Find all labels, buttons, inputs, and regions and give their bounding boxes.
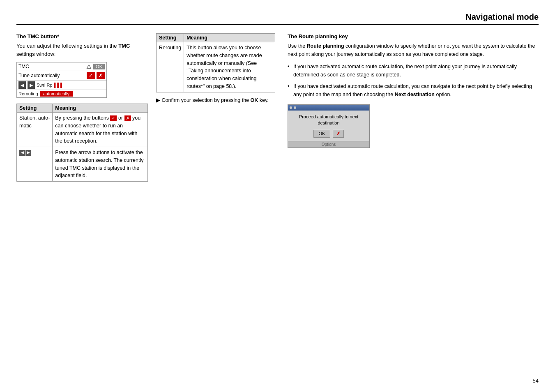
tmc-swrl-label: Swrl Rp [37,83,53,88]
tmc-row-4: Rerouting automatically [17,90,106,97]
bullet-item-1: If you have activated automatic route ca… [288,62,539,79]
tmc-signal-icon: ▌▌▌ [54,83,64,88]
tmc-arrow-left-icon[interactable]: ◀ [18,81,26,89]
tmc-check-icon[interactable]: ✓ [87,72,95,79]
warning-icon: ⚠ [86,63,92,70]
tmc-intro-text: You can adjust the following settings in… [16,42,148,58]
page-header: Navigational mode [16,12,539,25]
table-row: Station, auto-matic By pressing the butt… [17,113,148,147]
page-container: Navigational mode The TMC button* You ca… [0,0,555,392]
tmc-section-heading: The TMC button* [16,33,148,39]
mid-table: Setting Meaning Rerouting This button al… [156,33,275,92]
left-table-col2-header: Meaning [53,104,148,113]
route-planning-intro: Use the Route planning configuration win… [288,42,539,58]
tune-auto-label: Tune automatically [18,73,85,78]
meaning-cell-1: By pressing the buttons ✓ or ✗ you can c… [53,113,148,147]
dialog-x-button[interactable]: ✗ [333,130,344,138]
mid-table-col1-header: Setting [157,34,184,42]
arrow-right-icon: ▶ [25,150,31,156]
tmc-label: TMC [18,64,85,69]
dialog-body-text: Proceed automatically to next destinatio… [292,114,365,127]
dialog-footer: Options [288,141,369,148]
right-column: The Route planning key Use the Route pla… [283,33,539,148]
x-icon: ✗ [124,115,131,121]
tmc-ok-button[interactable]: OK [93,64,105,69]
dialog-ok-button[interactable]: OK [313,130,331,138]
tmc-arrow-right-icon[interactable]: ▶ [28,81,35,89]
bullet-list: If you have activated automatic route ca… [288,62,539,99]
bullet-item-2: If you have deactivated automatic route … [288,82,539,99]
tmc-widget: TMC ⚠ OK Tune automatically ✓ ✗ ◀ ▶ Swrl… [16,62,107,98]
arrow-icons: ◀ ▶ [19,150,31,156]
tmc-auto-badge: automatically [40,91,73,97]
ok-bold: OK [251,97,258,103]
route-planning-heading: The Route planning key [288,33,539,39]
dialog-box: Proceed automatically to next destinatio… [288,104,370,148]
page-title: Navigational mode [465,12,539,21]
route-planning-bold: Route planning [307,43,344,49]
dialog-dot-2 [294,106,296,109]
arrow-left-icon: ◀ [19,150,25,156]
left-table: Setting Meaning Station, auto-matic By p… [16,104,148,182]
table-row: Rerouting This button allows you to choo… [157,42,275,92]
meaning-cell-2: Press the arrow buttons to activate the … [53,147,148,182]
page-number: 54 [533,378,539,384]
tmc-bold: TMC [118,43,130,49]
left-column: The TMC button* You can adjust the follo… [16,33,148,186]
setting-cell-2: ◀ ▶ [17,147,53,182]
dialog-titlebar [288,105,369,111]
tmc-row-1: TMC ⚠ OK [17,62,106,71]
tmc-row-2: Tune automatically ✓ ✗ [17,71,106,81]
check-icon: ✓ [110,115,117,121]
dialog-buttons: OK ✗ [292,130,365,138]
mid-meaning-cell-1: This button allows you to choose whether… [184,42,275,92]
mid-table-col2-header: Meaning [184,34,275,42]
confirm-text: ▶ Confirm your selection by pressing the… [156,97,275,104]
mid-setting-cell-1: Rerouting [157,42,184,92]
table-row: ◀ ▶ Press the arrow buttons to activate … [17,147,148,182]
setting-cell-1: Station, auto-matic [17,113,53,147]
tmc-row-3: ◀ ▶ Swrl Rp ▌▌▌ [17,81,106,90]
next-dest-bold: Next destination [395,92,435,97]
left-table-col1-header: Setting [17,104,53,113]
dialog-body: Proceed automatically to next destinatio… [288,111,369,141]
tmc-rerouting-label: Rerouting [18,91,38,96]
tmc-x-icon[interactable]: ✗ [97,72,105,79]
mid-column: Setting Meaning Rerouting This button al… [156,33,275,104]
dialog-dot-1 [290,106,292,109]
content-area: The TMC button* You can adjust the follo… [16,33,539,186]
